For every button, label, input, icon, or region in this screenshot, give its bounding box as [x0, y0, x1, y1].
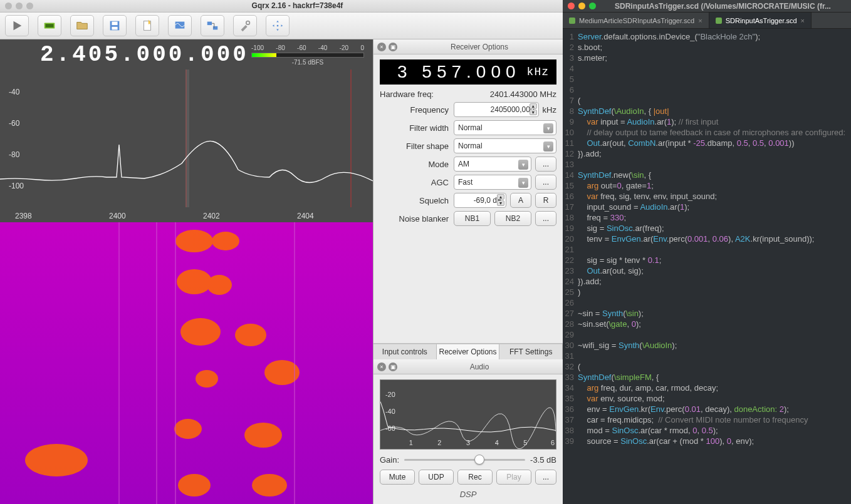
code-line[interactable]: 26 [563, 297, 851, 308]
svg-point-33 [244, 423, 282, 448]
open-button[interactable] [70, 15, 94, 36]
code-line[interactable]: 29 [563, 329, 851, 340]
code-line[interactable]: 22 sig = sig * tenv * 0.1; [563, 255, 851, 265]
svg-text:-60: -60 [9, 119, 20, 128]
code-line[interactable]: 21 [563, 244, 851, 255]
pan-button[interactable] [266, 15, 290, 36]
code-line[interactable]: 32( [563, 361, 851, 372]
traffic-max-icon[interactable] [589, 3, 596, 9]
code-line[interactable]: 6 [563, 85, 851, 95]
sc-tab-0[interactable]: MediumArticleSDRInputAsTrigger.scd× [563, 13, 709, 28]
code-line[interactable]: 4 [563, 63, 851, 74]
code-line[interactable]: 28~sin.set(\gate, 0); [563, 319, 851, 329]
code-line[interactable]: 12}).add; [563, 148, 851, 159]
gain-slider[interactable] [404, 455, 525, 465]
code-line[interactable]: 11 Out.ar(out, CombN.ar(input * -25.dbam… [563, 138, 851, 148]
agc-select[interactable]: Fast▾ [454, 175, 531, 190]
code-line[interactable]: 37 car = freq.midicps; // Convert MIDI n… [563, 414, 851, 425]
device-button[interactable] [38, 15, 61, 36]
svg-text:-20: -20 [385, 391, 395, 399]
svg-text:1: 1 [409, 439, 413, 446]
nb-more-button[interactable]: ... [535, 211, 556, 226]
bookmark-button[interactable] [135, 15, 159, 36]
code-line[interactable]: 7( [563, 95, 851, 106]
squelch-input[interactable]: -69,0 dB▲▼ [454, 193, 506, 208]
rec-button[interactable]: Rec [457, 470, 493, 485]
mode-select[interactable]: AM▾ [454, 157, 531, 172]
code-line[interactable]: 17 input_sound = AudioIn.ar(1); [563, 202, 851, 212]
audio-more-button[interactable]: ... [535, 470, 556, 485]
code-line[interactable]: 38 mod = SinOsc.ar(car * rmod, 0, 0.5); [563, 425, 851, 436]
tab-receiver-options[interactable]: Receiver Options [437, 344, 500, 359]
code-line[interactable]: 39 source = SinOsc.ar(car + (mod * 100),… [563, 436, 851, 446]
io-button[interactable] [201, 15, 224, 36]
close-icon[interactable]: × [377, 363, 386, 371]
gqrx-window: Gqrx 2.16 - hackrf=738e4f 2.405.000.000 … [0, 0, 563, 504]
svg-text:3: 3 [466, 439, 470, 446]
float-icon[interactable]: ▣ [389, 363, 397, 371]
traffic-close-icon[interactable] [568, 3, 575, 9]
traffic-close-icon[interactable] [5, 3, 12, 9]
play-button[interactable] [5, 15, 29, 36]
traffic-min-icon[interactable] [16, 3, 23, 9]
chevron-down-icon: ▾ [518, 160, 528, 170]
code-line[interactable]: 1Server.default.options.inDevice_("Black… [563, 31, 851, 42]
mute-button[interactable]: Mute [380, 470, 415, 485]
agc-more-button[interactable]: ... [535, 175, 556, 190]
close-icon[interactable]: × [377, 43, 386, 51]
code-line[interactable]: 9 var input = AudioIn.ar(1); // first in… [563, 116, 851, 127]
offset-display[interactable]: 3 557.000 kHz [380, 59, 556, 85]
squelch-auto-button[interactable]: A [510, 193, 531, 208]
svg-rect-18 [185, 69, 189, 207]
sc-tab-1[interactable]: SDRinputAsTrigger.scd× [709, 13, 812, 28]
code-line[interactable]: 14SynthDef.new(\sin, { [563, 170, 851, 180]
code-line[interactable]: 27~sin = Synth(\sin); [563, 308, 851, 319]
sc-editor[interactable]: 1Server.default.options.inDevice_("Black… [563, 29, 851, 504]
close-icon[interactable]: × [698, 17, 702, 24]
audio-plot[interactable]: -20 -40 -60 1 2 3 4 5 6 [380, 379, 556, 450]
code-line[interactable]: 5 [563, 74, 851, 85]
code-line[interactable]: 15 arg out=0, gate=1; [563, 180, 851, 191]
code-line[interactable]: 36 env = EnvGen.kr(Env.perc(0.01, decay)… [563, 404, 851, 414]
traffic-min-icon[interactable] [578, 3, 585, 9]
code-line[interactable]: 19 sig = SinOsc.ar(freq); [563, 223, 851, 234]
filter-shape-select[interactable]: Normal▾ [454, 138, 556, 153]
save-button[interactable] [103, 15, 127, 36]
code-line[interactable]: 31 [563, 351, 851, 361]
code-line[interactable]: 30~wifi_sig = Synth(\AudioIn); [563, 340, 851, 351]
code-line[interactable]: 13 [563, 159, 851, 170]
nb2-button[interactable]: NB2 [494, 211, 531, 226]
scope-button[interactable] [168, 15, 192, 36]
tab-input-controls[interactable]: Input controls [373, 344, 437, 359]
nb1-button[interactable]: NB1 [454, 211, 491, 226]
code-line[interactable]: 16 var freq, sig, tenv, env, input_sound… [563, 191, 851, 202]
code-line[interactable]: 23 Out.ar(out, sig); [563, 265, 851, 276]
code-line[interactable]: 3s.meter; [563, 53, 851, 63]
code-line[interactable]: 35 var env, source, mod; [563, 393, 851, 404]
code-line[interactable]: 24}).add; [563, 276, 851, 287]
code-line[interactable]: 2s.boot; [563, 42, 851, 53]
code-line[interactable]: 20 tenv = EnvGen.ar(Env.perc(0.001, 0.06… [563, 234, 851, 244]
code-line[interactable]: 18 freq = 330; [563, 212, 851, 223]
close-icon[interactable]: × [801, 17, 805, 24]
code-line[interactable]: 33SynthDef(\simpleFM, { [563, 372, 851, 383]
waterfall-plot[interactable] [0, 222, 373, 504]
code-line[interactable]: 34 arg freq, dur, amp, car, rmod, decay; [563, 383, 851, 393]
traffic-max-icon[interactable] [26, 3, 33, 9]
code-line[interactable]: 8SynthDef(\AudioIn, { |out| [563, 106, 851, 116]
gain-value: -3.5 dB [530, 455, 556, 465]
udp-button[interactable]: UDP [419, 470, 454, 485]
audio-buttons: Mute UDP Rec Play ... [380, 470, 556, 485]
float-icon[interactable]: ▣ [389, 43, 397, 51]
tab-fft-settings[interactable]: FFT Settings [499, 344, 563, 359]
gain-label: Gain: [380, 455, 399, 465]
squelch-reset-button[interactable]: R [535, 193, 556, 208]
frequency-input[interactable]: 2405000,000▲▼ [454, 102, 539, 117]
filter-width-select[interactable]: Normal▾ [454, 120, 556, 135]
tools-button[interactable] [233, 15, 257, 36]
svg-point-9 [246, 21, 250, 25]
mode-more-button[interactable]: ... [535, 157, 556, 172]
spectrum-plot[interactable]: -40 -60 -80 -100 2398 2400 2402 2404 [0, 69, 373, 222]
code-line[interactable]: 10 // delay output to tame feedback in c… [563, 127, 851, 138]
code-line[interactable]: 25) [563, 287, 851, 297]
